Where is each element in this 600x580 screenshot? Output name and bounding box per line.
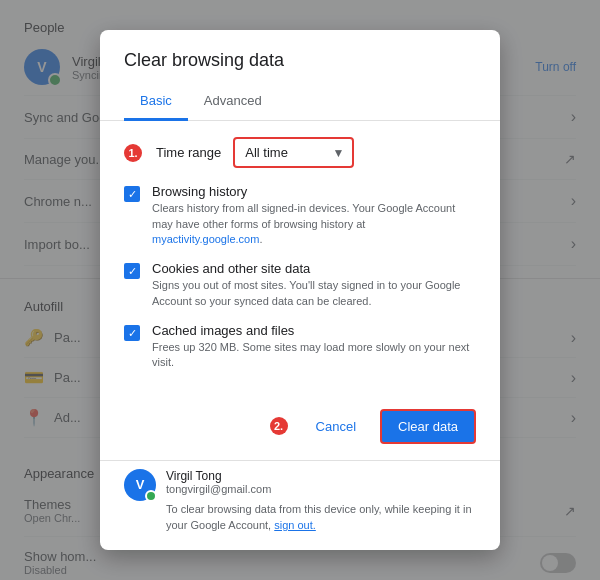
- dialog-title: Clear browsing data: [100, 30, 500, 83]
- dialog-body: 1. Time range Last hour Last 24 hours La…: [100, 121, 500, 401]
- cached-checkbox-item: ✓ Cached images and files Frees up 320 M…: [124, 323, 476, 371]
- dialog-avatar-badge: [145, 490, 157, 502]
- tab-advanced[interactable]: Advanced: [188, 83, 278, 121]
- sign-out-link[interactable]: sign out.: [274, 519, 316, 531]
- cached-title: Cached images and files: [152, 323, 476, 338]
- time-range-label: Time range: [156, 145, 221, 160]
- dialog-bottom-text: To clear browsing data from this device …: [166, 501, 476, 534]
- modal-overlay: Clear browsing data Basic Advanced 1. Ti…: [0, 0, 600, 580]
- clear-browsing-dialog: Clear browsing data Basic Advanced 1. Ti…: [100, 30, 500, 550]
- dialog-user-info: Virgil Tong tongvirgil@gmail.com: [166, 469, 476, 495]
- time-range-select-wrapper: Last hour Last 24 hours Last 7 days Last…: [233, 137, 354, 168]
- step-2-badge: 2.: [270, 417, 288, 435]
- cookies-desc: Signs you out of most sites. You'll stay…: [152, 278, 476, 309]
- clear-data-button[interactable]: Clear data: [380, 409, 476, 444]
- cached-content: Cached images and files Frees up 320 MB.…: [152, 323, 476, 371]
- check-icon: ✓: [128, 265, 137, 278]
- step-1-badge: 1.: [124, 144, 142, 162]
- check-icon: ✓: [128, 327, 137, 340]
- cached-desc: Frees up 320 MB. Some sites may load mor…: [152, 340, 476, 371]
- tab-basic[interactable]: Basic: [124, 83, 188, 121]
- cookies-checkbox-item: ✓ Cookies and other site data Signs you …: [124, 261, 476, 309]
- browsing-history-desc: Clears history from all signed-in device…: [152, 201, 476, 247]
- time-range-row: 1. Time range Last hour Last 24 hours La…: [124, 137, 476, 168]
- dialog-tabs: Basic Advanced: [100, 83, 500, 121]
- dialog-user-name: Virgil Tong: [166, 469, 476, 483]
- cached-checkbox[interactable]: ✓: [124, 325, 140, 341]
- cancel-button[interactable]: Cancel: [300, 411, 372, 442]
- browsing-history-content: Browsing history Clears history from all…: [152, 184, 476, 247]
- browsing-history-title: Browsing history: [152, 184, 476, 199]
- cookies-checkbox[interactable]: ✓: [124, 263, 140, 279]
- check-icon: ✓: [128, 188, 137, 201]
- dialog-user-email: tongvirgil@gmail.com: [166, 483, 476, 495]
- cookies-content: Cookies and other site data Signs you ou…: [152, 261, 476, 309]
- time-range-select[interactable]: Last hour Last 24 hours Last 7 days Last…: [235, 139, 352, 166]
- myactivity-link[interactable]: myactivity.google.com: [152, 233, 259, 245]
- cookies-title: Cookies and other site data: [152, 261, 476, 276]
- dialog-bottom: V Virgil Tong tongvirgil@gmail.com To cl…: [100, 460, 500, 550]
- browsing-history-checkbox[interactable]: ✓: [124, 186, 140, 202]
- dialog-avatar: V: [124, 469, 156, 501]
- browsing-history-checkbox-item: ✓ Browsing history Clears history from a…: [124, 184, 476, 247]
- dialog-footer: 2. Cancel Clear data: [100, 401, 500, 460]
